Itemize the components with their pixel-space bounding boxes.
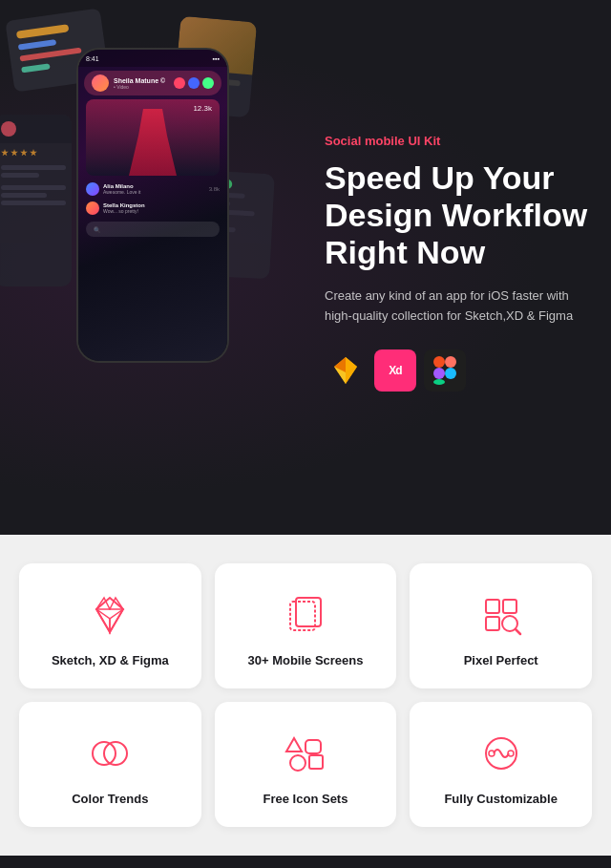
phone-msg-counter-1: 3.8k: [209, 186, 220, 192]
svg-rect-7: [433, 368, 445, 379]
svg-point-26: [290, 755, 306, 771]
phone-time: 8:41: [86, 55, 99, 62]
feature-label-2: Pixel Perfect: [464, 653, 538, 669]
phone-profile-avatar: [92, 74, 109, 92]
xd-logo: Xd: [374, 349, 416, 392]
svg-rect-8: [433, 379, 445, 385]
phone-content-area: 12.3k: [86, 99, 220, 176]
phone-msg-avatar-1: [86, 182, 99, 196]
mockup-group: 8:41 ▪▪▪ Sheila Matune © • Video: [0, 0, 306, 535]
feature-icon-screens: [281, 590, 330, 640]
phone-msg-text-2: Wow... so pretty!: [103, 208, 220, 214]
svg-marker-14: [110, 609, 123, 632]
feature-icon-diamond: [85, 590, 135, 640]
svg-rect-25: [306, 740, 321, 753]
phone-search-icon: 🔍: [94, 226, 100, 233]
feature-card-color: Color Trends: [19, 702, 201, 827]
svg-rect-5: [433, 356, 445, 368]
svg-marker-24: [286, 738, 302, 752]
feature-card-screens: 30+ Mobile Screens: [215, 563, 397, 688]
svg-point-9: [445, 368, 456, 379]
feature-icon-pixel: [476, 590, 526, 640]
hero-text-block: Social mobile UI Kit Speed Up Your Desig…: [325, 134, 592, 392]
phone-signal: ▪▪▪: [213, 55, 220, 62]
phone-message-row-1: Alia Milano Awesome. Love it 3.8k: [78, 180, 227, 199]
phone-mockup: 8:41 ▪▪▪ Sheila Matune © • Video: [76, 48, 229, 363]
svg-rect-19: [486, 617, 499, 630]
svg-rect-6: [445, 356, 456, 368]
feature-label-4: Free Icon Sets: [263, 792, 348, 808]
feature-card-pixel: Pixel Perfect: [410, 563, 592, 688]
sketch-logo: [325, 349, 367, 392]
svg-rect-27: [309, 755, 323, 769]
feature-label-1: 30+ Mobile Screens: [247, 653, 363, 669]
feature-card-custom: Fully Customizable: [410, 702, 592, 827]
figma-logo: [424, 349, 466, 392]
phone-person-silhouette: [129, 109, 177, 176]
hero-category: Social mobile UI Kit: [325, 134, 592, 148]
ui-card-left: [0, 115, 72, 286]
hero-section: 8:41 ▪▪▪ Sheila Matune © • Video: [0, 0, 611, 535]
phone-search-bar: 🔍: [86, 222, 220, 237]
svg-line-21: [516, 629, 520, 634]
feature-card-sketch: Sketch, XD & Figma: [19, 563, 201, 688]
phone-screen: 8:41 ▪▪▪ Sheila Matune © • Video: [78, 50, 227, 361]
feature-card-icons: Free Icon Sets: [215, 702, 397, 827]
features-section: Sketch, XD & Figma 30+ Mobile Screens: [0, 535, 611, 856]
feature-label-0: Sketch, XD & Figma: [52, 653, 169, 669]
svg-marker-13: [96, 609, 110, 632]
hero-tools: Xd: [325, 349, 592, 392]
feature-icon-customizable: [476, 729, 526, 778]
phone-profile-name: Sheila Matune ©: [114, 77, 165, 84]
hero-description: Create any kind of an app for iOS faster…: [325, 286, 592, 327]
phone-msg-text-1: Awesome. Love it: [103, 189, 205, 195]
phone-counter: 12.3k: [193, 104, 212, 113]
phone-msg-avatar-2: [86, 201, 99, 215]
svg-rect-18: [503, 600, 516, 613]
svg-rect-17: [486, 600, 499, 613]
feature-icon-circles: [85, 729, 135, 778]
feature-icon-shapes: [281, 729, 330, 778]
xd-label: Xd: [389, 364, 401, 377]
hero-title: Speed Up Your Design Workflow Right Now: [325, 159, 592, 271]
feature-label-5: Fully Customizable: [444, 792, 557, 808]
phone-message-row-2: Stella Kingston Wow... so pretty!: [78, 199, 227, 218]
features-grid: Sketch, XD & Figma 30+ Mobile Screens: [19, 563, 592, 827]
phone-profile-sub: • Video: [114, 84, 165, 90]
feature-label-3: Color Trends: [72, 792, 148, 808]
